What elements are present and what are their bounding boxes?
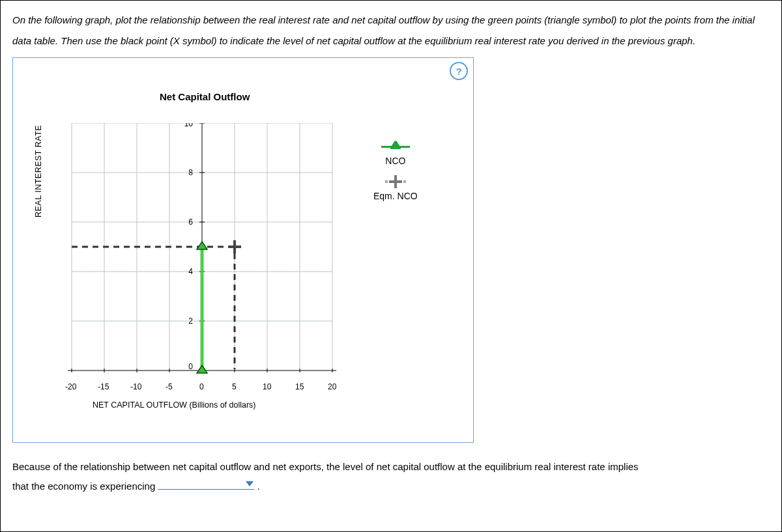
legend-eqm-label: Eqm. NCO: [373, 191, 418, 201]
trade-balance-dropdown[interactable]: [158, 477, 254, 490]
eqm-nco-point-icon[interactable]: [228, 240, 241, 253]
ytick-label: 8: [188, 168, 193, 177]
instruction-text: On the following graph, plot the relatio…: [12, 10, 770, 51]
page: On the following graph, plot the relatio…: [0, 0, 782, 532]
x-tick-labels: -20 -15 -10 -5 0 5 10 15 20: [64, 382, 342, 393]
legend-nco-label: NCO: [385, 156, 405, 166]
triangle-icon: [381, 140, 410, 153]
nco-point-icon[interactable]: [197, 242, 207, 249]
ytick-label: 10: [184, 123, 194, 128]
nco-point-icon[interactable]: [197, 365, 207, 373]
bottom-text: Because of the relationship between net …: [12, 457, 770, 496]
legend-nco[interactable]: NCO: [373, 140, 418, 166]
legend-eqm-nco[interactable]: Eqm. NCO: [373, 175, 418, 201]
chart-title: Net Capital Outflow: [160, 91, 250, 102]
legend: NCO Eqm. NCO: [373, 140, 418, 210]
help-icon[interactable]: ?: [450, 62, 468, 80]
ytick-label: 0: [188, 362, 193, 371]
period: .: [257, 481, 260, 492]
ytick-label: 6: [188, 217, 193, 227]
chart-container: ? Net Capital Outflow REAL INTEREST RATE: [12, 57, 474, 443]
chart-plot[interactable]: 10 8 6 4 2 0: [64, 123, 342, 378]
ytick-label: 4: [188, 267, 193, 276]
bottom-line1: Because of the relationship between net …: [12, 461, 639, 472]
eqm-guides: [72, 247, 235, 369]
plus-icon: [381, 175, 410, 188]
bottom-line2: that the economy is experiencing: [12, 481, 155, 492]
x-axis-label: NET CAPITAL OUTFLOW (Billions of dollars…: [93, 400, 256, 410]
y-axis-label: REAL INTEREST RATE: [34, 125, 43, 217]
ytick-label: 2: [188, 316, 193, 326]
